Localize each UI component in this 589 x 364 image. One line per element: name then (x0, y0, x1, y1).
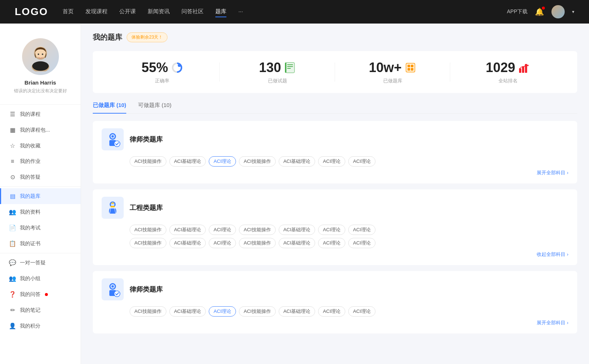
stats-card: 55% 正确率 130 (93, 51, 577, 93)
engineer-tags-row2: ACI技能操作 ACI基础理论 ACI理论 ACI技能操作 ACI基础理论 AC… (102, 238, 568, 248)
sidebar: Brian Harris 错误的决定比没有决定要好 ☰ 我的课程 ▦ 我的课程包… (0, 24, 81, 364)
sidebar-item-my-courses[interactable]: ☰ 我的课程 (0, 106, 81, 122)
user-avatar[interactable] (551, 5, 565, 18)
sidebar-item-one-on-one[interactable]: 💬 一对一答疑 (0, 255, 81, 271)
expand-link-1[interactable]: 展开全部科目 › (102, 169, 568, 176)
ltag-6[interactable]: ACI理论 (348, 306, 375, 317)
lawyer-tags-2: ACI技能操作 ACI基础理论 ACI理论 ACI技能操作 ACI基础理论 AC… (102, 306, 568, 317)
ltag-0[interactable]: ACI技能操作 (130, 306, 166, 317)
ltag-2[interactable]: ACI理论 (209, 306, 236, 317)
accuracy-value: 55% (141, 60, 168, 75)
sidebar-item-exam[interactable]: 📄 我的考试 (0, 220, 81, 236)
nav-questions[interactable]: 题库 (215, 7, 226, 17)
stat-rank: 1029 全站排名 (450, 60, 565, 84)
svg-rect-14 (406, 63, 415, 72)
svg-point-22 (527, 65, 529, 66)
app-download-link[interactable]: APP下载 (507, 8, 528, 15)
user-profile: Brian Harris 错误的决定比没有决定要好 (0, 32, 81, 103)
ltag-4[interactable]: ACI基础理论 (279, 306, 315, 317)
tag-1[interactable]: ACI基础理论 (169, 156, 206, 167)
sidebar-item-group[interactable]: 👥 我的小组 (0, 271, 81, 286)
etag2-6[interactable]: ACI理论 (348, 238, 375, 248)
nav-open-course[interactable]: 公开课 (119, 7, 136, 17)
notes-icon: ✏ (9, 307, 16, 314)
sidebar-item-course-package[interactable]: ▦ 我的课程包... (0, 122, 81, 138)
questions-badge (45, 293, 48, 296)
tag-0[interactable]: ACI技能操作 (130, 156, 166, 167)
materials-icon: 👥 (9, 208, 16, 215)
sidebar-item-points[interactable]: 👤 我的积分 (0, 318, 81, 334)
sidebar-label-notes: 我的笔记 (20, 307, 40, 314)
tab-done-banks[interactable]: 已做题库 (10) (93, 102, 126, 113)
etag2-3[interactable]: ACI技能操作 (239, 238, 276, 248)
svg-rect-10 (287, 64, 293, 65)
nav-news[interactable]: 新闻资讯 (148, 7, 170, 17)
tab-available-banks[interactable]: 可做题库 (10) (138, 102, 172, 113)
etag2-2[interactable]: ACI理论 (209, 238, 236, 248)
svg-point-35 (112, 285, 114, 288)
sidebar-label-question-bank: 我的题库 (20, 193, 40, 200)
tag-5[interactable]: ACI理论 (318, 156, 345, 167)
etag-5[interactable]: ACI理论 (318, 225, 345, 235)
1on1-icon: 💬 (9, 259, 16, 266)
svg-point-26 (112, 135, 114, 138)
done-questions-value: 130 (259, 60, 281, 75)
ltag-1[interactable]: ACI基础理论 (169, 306, 206, 317)
user-dropdown-chevron[interactable]: ▾ (572, 9, 574, 14)
sidebar-item-question-bank[interactable]: ▤ 我的题库 (0, 188, 81, 204)
avatar-svg (26, 42, 55, 71)
sidebar-item-favorites[interactable]: ☆ 我的收藏 (0, 138, 81, 154)
nav-discover[interactable]: 发现课程 (85, 7, 107, 17)
tag-4[interactable]: ACI基础理论 (279, 156, 315, 167)
etag-6[interactable]: ACI理论 (348, 225, 375, 235)
notification-bell[interactable]: 🔔 (535, 7, 544, 16)
etag2-4[interactable]: ACI基础理论 (279, 238, 315, 248)
engineer-icon (102, 197, 124, 219)
svg-rect-17 (408, 68, 410, 71)
sidebar-item-certificate[interactable]: 📋 我的证书 (0, 236, 81, 251)
sidebar-divider-2 (0, 253, 81, 253)
sidebar-item-notes[interactable]: ✏ 我的笔记 (0, 302, 81, 318)
rank-label: 全站排名 (450, 78, 565, 84)
sidebar-divider-1 (0, 186, 81, 187)
svg-point-36 (114, 291, 120, 297)
etag2-5[interactable]: ACI理论 (318, 238, 345, 248)
sidebar-label-my-courses: 我的课程 (20, 111, 40, 118)
etag2-1[interactable]: ACI基础理论 (169, 238, 206, 248)
nav-more[interactable]: ··· (238, 7, 243, 17)
sidebar-item-materials[interactable]: 👥 我的资料 (0, 204, 81, 220)
etag-4[interactable]: ACI基础理论 (279, 225, 315, 235)
ltag-5[interactable]: ACI理论 (318, 306, 345, 317)
sidebar-label-points: 我的积分 (20, 323, 40, 329)
etag-0[interactable]: ACI技能操作 (130, 225, 166, 235)
ltag-3[interactable]: ACI技能操作 (239, 306, 276, 317)
courses-icon: ☰ (9, 111, 16, 118)
svg-point-27 (114, 141, 120, 147)
sidebar-label-certificate: 我的证书 (20, 240, 40, 247)
nav-home[interactable]: 首页 (63, 7, 74, 17)
sidebar-item-my-qa[interactable]: ⊙ 我的答疑 (0, 169, 81, 185)
sidebar-label-questions: 我的问答 (20, 291, 40, 298)
done-questions-icon (284, 62, 296, 74)
tag-2[interactable]: ACI理论 (209, 156, 236, 167)
sidebar-item-questions[interactable]: ❓ 我的问答 (0, 286, 81, 302)
tag-6[interactable]: ACI理论 (348, 156, 375, 167)
nav-right: APP下载 🔔 ▾ (507, 5, 574, 18)
etag-2[interactable]: ACI理论 (209, 225, 236, 235)
profile-name: Brian Harris (7, 79, 73, 86)
svg-rect-16 (411, 65, 413, 67)
lawyer-title-1: 律师类题库 (130, 135, 163, 144)
svg-rect-12 (287, 68, 291, 69)
tag-3[interactable]: ACI技能操作 (239, 156, 276, 167)
avatar-image (551, 5, 565, 18)
collapse-link[interactable]: 收起全部科目 › (102, 251, 568, 258)
qbank-icon: ▤ (9, 193, 16, 200)
etag-3[interactable]: ACI技能操作 (239, 225, 276, 235)
page-header: 我的题库 体验剩余23天！ (93, 32, 577, 42)
expand-link-3[interactable]: 展开全部科目 › (102, 320, 568, 326)
stat-done-banks: 10w+ 已做题库 (335, 60, 450, 84)
sidebar-item-homework[interactable]: ≡ 我的作业 (0, 154, 81, 169)
etag2-0[interactable]: ACI技能操作 (130, 238, 166, 248)
nav-qa[interactable]: 问答社区 (181, 7, 204, 17)
etag-1[interactable]: ACI基础理论 (169, 225, 206, 235)
